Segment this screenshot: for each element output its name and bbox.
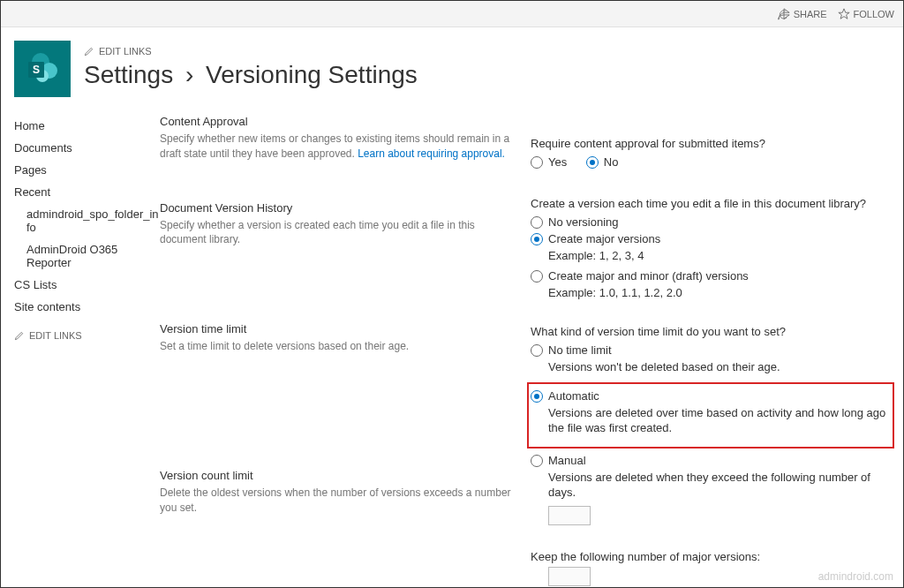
radio-icon <box>531 390 543 403</box>
site-logo[interactable]: S <box>14 41 71 97</box>
share-button[interactable]: SHARE <box>778 8 827 20</box>
controls-column: Require content approval for submitted i… <box>513 115 894 588</box>
create-minor-example: Example: 1.0, 1.1, 1.2, 2.0 <box>531 285 894 301</box>
no-time-limit-option[interactable]: No time limit <box>531 343 894 357</box>
approval-no-option[interactable]: No <box>586 155 619 169</box>
content-approval-group: Require content approval for submitted i… <box>531 137 894 172</box>
manual-option[interactable]: Manual <box>531 454 894 467</box>
no-versioning-option[interactable]: No versioning <box>531 215 894 229</box>
automatic-label: Automatic <box>548 389 599 403</box>
section-desc-vtl: Set a time limit to delete versions base… <box>160 339 513 354</box>
nav-pages[interactable]: Pages <box>14 159 160 181</box>
pencil-icon <box>14 331 24 341</box>
follow-label: FOLLOW <box>854 9 894 19</box>
manual-label: Manual <box>548 454 586 467</box>
description-column: Content Approval Specify whether new ite… <box>160 115 513 588</box>
radio-icon <box>531 455 543 467</box>
edit-links-nav-button[interactable]: EDIT LINKS <box>14 330 160 341</box>
radio-icon <box>531 233 543 245</box>
learn-approval-link[interactable]: Learn about requiring approval. <box>358 147 505 160</box>
share-label: SHARE <box>794 9 827 19</box>
left-navigation: Home Documents Pages Recent admindroid_s… <box>14 115 160 588</box>
create-minor-label: Create major and minor (draft) versions <box>548 269 749 283</box>
edit-links-top-button[interactable]: EDIT LINKS <box>84 46 418 57</box>
create-minor-option[interactable]: Create major and minor (draft) versions <box>531 269 894 283</box>
breadcrumb: Settings › Versioning Settings <box>84 62 418 89</box>
follow-button[interactable]: FOLLOW <box>838 8 894 20</box>
section-title-dvh: Document Version History <box>160 201 513 215</box>
approval-yes-label: Yes <box>548 155 567 169</box>
no-time-limit-label: No time limit <box>548 343 612 357</box>
radio-icon <box>531 270 543 283</box>
nav-home[interactable]: Home <box>14 115 160 137</box>
nav-recent[interactable]: Recent <box>14 181 160 203</box>
breadcrumb-current: Versioning Settings <box>206 61 418 88</box>
breadcrumb-separator: › <box>185 61 193 88</box>
keep-major-label: Keep the following number of major versi… <box>531 550 894 563</box>
version-history-group: Create a version each time you edit a fi… <box>531 197 894 300</box>
section-title-vtl: Version time limit <box>160 322 513 335</box>
no-versioning-label: No versioning <box>548 215 619 229</box>
nav-site-contents[interactable]: Site contents <box>14 296 160 318</box>
watermark: admindroid.com <box>818 570 893 583</box>
radio-icon <box>531 156 543 169</box>
header-region: S EDIT LINKS Settings › Versioning Setti… <box>1 27 903 97</box>
create-major-option[interactable]: Create major versions <box>531 232 894 245</box>
section-desc-content-approval: Specify whether new items or changes to … <box>160 132 513 162</box>
approval-no-label: No <box>604 155 619 169</box>
radio-icon <box>531 344 543 357</box>
keep-major-input[interactable] <box>548 567 591 586</box>
radio-icon <box>531 216 543 229</box>
automatic-sublabel: Versions are deleted over time based on … <box>531 405 887 436</box>
no-time-limit-sublabel: Versions won't be deleted based on their… <box>531 359 894 375</box>
breadcrumb-settings[interactable]: Settings <box>84 61 173 88</box>
edit-links-top-label: EDIT LINKS <box>99 46 152 57</box>
sharepoint-icon: S <box>23 49 62 88</box>
radio-icon <box>586 156 599 169</box>
create-major-example: Example: 1, 2, 3, 4 <box>531 248 894 264</box>
section-desc-vcl: Delete the oldest versions when the numb… <box>160 486 513 516</box>
main-content: Content Approval Specify whether new ite… <box>160 115 894 588</box>
automatic-option[interactable]: Automatic <box>531 389 887 403</box>
manual-sublabel: Versions are deleted when they exceed th… <box>531 470 894 501</box>
section-title-content-approval: Content Approval <box>160 115 513 128</box>
dvh-question: Create a version each time you edit a fi… <box>531 197 894 210</box>
manual-days-input[interactable] <box>548 506 591 525</box>
nav-recent-item-2[interactable]: AdminDroid O365 Reporter <box>14 238 160 274</box>
approval-question: Require content approval for submitted i… <box>531 137 894 150</box>
version-time-limit-group: What kind of version time limit do you w… <box>531 325 894 525</box>
top-action-bar: SHARE FOLLOW <box>1 1 903 27</box>
section-desc-dvh: Specify whether a version is created eac… <box>160 218 513 248</box>
create-major-label: Create major versions <box>548 232 660 245</box>
vtl-question: What kind of version time limit do you w… <box>531 325 894 338</box>
nav-cslists[interactable]: CS Lists <box>14 274 160 296</box>
pencil-icon <box>84 47 94 57</box>
share-icon <box>778 8 790 20</box>
highlighted-automatic-box: Automatic Versions are deleted over time… <box>527 382 894 449</box>
edit-links-nav-label: EDIT LINKS <box>29 330 82 341</box>
section-title-vcl: Version count limit <box>160 469 513 482</box>
svg-text:S: S <box>33 64 40 76</box>
nav-documents[interactable]: Documents <box>14 137 160 159</box>
nav-recent-item-1[interactable]: admindroid_spo_folder_info <box>14 203 160 238</box>
star-icon <box>838 8 850 20</box>
approval-yes-option[interactable]: Yes <box>531 155 567 169</box>
